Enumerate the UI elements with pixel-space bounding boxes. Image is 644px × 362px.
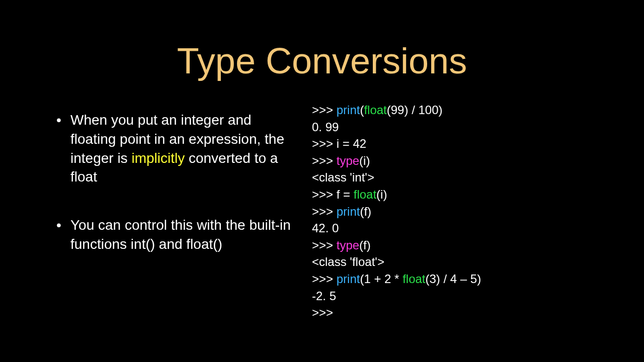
- code-seg-type: type: [337, 238, 359, 252]
- code-seg-float: float: [364, 103, 386, 117]
- bullet-1-highlight: implicitly: [131, 150, 185, 166]
- bullet-item-1: When you put an integer and floating poi…: [50, 102, 292, 187]
- code-seg: (i): [376, 188, 387, 201]
- code-seg-print: print: [337, 103, 360, 117]
- code-line-6: >>> f = float(i): [312, 186, 594, 203]
- code-column: >>> print(float(99) / 100) 0. 99 >>> i =…: [312, 102, 594, 321]
- code-seg-print: print: [337, 272, 360, 286]
- code-seg: (f): [359, 238, 371, 252]
- bullet-column: When you put an integer and floating poi…: [50, 102, 292, 321]
- code-line-2: 0. 99: [312, 119, 594, 136]
- bullet-item-2: You can control this with the built-in f…: [50, 207, 292, 254]
- slide: Type Conversions When you put an integer…: [0, 0, 644, 362]
- code-seg: >>>: [312, 154, 337, 167]
- code-line-8: 42. 0: [312, 220, 594, 237]
- code-line-12: -2. 5: [312, 288, 594, 305]
- bullet-list: When you put an integer and floating poi…: [50, 102, 292, 254]
- code-line-7: >>> print(f): [312, 203, 594, 220]
- code-seg: >>>: [312, 238, 337, 252]
- code-line-9: >>> type(f): [312, 237, 594, 254]
- code-line-13: >>>: [312, 304, 594, 321]
- code-seg: >>>: [312, 205, 337, 218]
- code-line-1: >>> print(float(99) / 100): [312, 102, 594, 119]
- code-seg-type: type: [337, 154, 359, 167]
- code-seg: (99) / 100): [387, 103, 443, 117]
- code-seg-float: float: [354, 188, 376, 201]
- code-seg: (3) / 4 – 5): [426, 272, 481, 286]
- code-line-5: <class 'int'>: [312, 169, 594, 186]
- code-seg-print: print: [337, 205, 360, 218]
- code-line-3: >>> i = 42: [312, 135, 594, 152]
- code-seg: >>>: [312, 272, 337, 286]
- slide-body: When you put an integer and floating poi…: [0, 102, 644, 321]
- code-seg: (i): [359, 154, 370, 167]
- code-seg: >>>: [312, 103, 337, 117]
- code-seg: (1 + 2 *: [360, 272, 403, 286]
- code-seg-float: float: [403, 272, 425, 286]
- code-line-4: >>> type(i): [312, 152, 594, 169]
- code-seg: >>> f =: [312, 188, 354, 201]
- code-seg: (f): [360, 205, 371, 218]
- code-line-10: <class 'float'>: [312, 253, 594, 270]
- slide-title: Type Conversions: [0, 0, 644, 102]
- code-line-11: >>> print(1 + 2 * float(3) / 4 – 5): [312, 270, 594, 288]
